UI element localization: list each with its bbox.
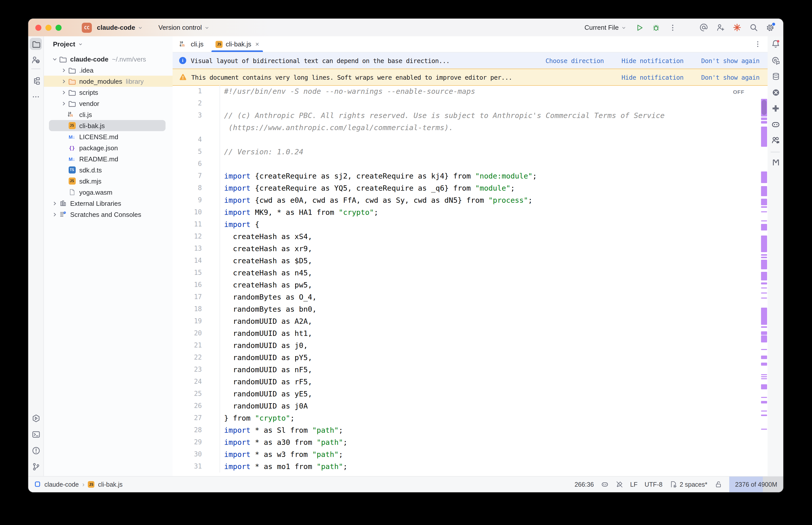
- code-line[interactable]: 28import * as Sl from "path";: [173, 424, 761, 436]
- chevron-right-icon[interactable]: [60, 89, 67, 95]
- services-tool-button[interactable]: [30, 412, 42, 424]
- vcs-widget[interactable]: Version control: [159, 24, 210, 31]
- tree-row--idea[interactable]: .idea: [44, 64, 173, 76]
- ai-assistant-button[interactable]: [698, 22, 709, 32]
- caret-position-widget[interactable]: 266:36: [575, 481, 594, 488]
- code-line[interactable]: 24 randomUUID as rF5,: [173, 376, 761, 388]
- tree-row-readme-md[interactable]: M↓README.md: [44, 153, 173, 164]
- project-tool-button[interactable]: [30, 38, 42, 50]
- git-tool-button[interactable]: [30, 461, 42, 472]
- code-line[interactable]: 12 createHash as xS4,: [173, 230, 761, 243]
- commit-help-tool-button[interactable]: ?: [30, 54, 42, 66]
- code-line[interactable]: 29import * as a30 from "path";: [173, 436, 761, 448]
- more-actions-button[interactable]: [668, 22, 678, 32]
- code-line[interactable]: 11import {: [173, 219, 761, 230]
- dont-show-again-link[interactable]: Don't show again: [701, 57, 759, 64]
- zoom-window-button[interactable]: [56, 25, 62, 31]
- notifications-button[interactable]: [770, 38, 782, 50]
- tree-row-cli-js[interactable]: 100JScli.js: [44, 109, 173, 120]
- code-line[interactable]: 17 randomBytes as O_4,: [173, 291, 761, 303]
- tab-cli-js[interactable]: 100JS cli.js: [175, 36, 209, 52]
- copilot-tool-button[interactable]: [770, 119, 782, 131]
- project-panel-header[interactable]: Project: [44, 36, 173, 52]
- code-line[interactable]: 3// (c) Anthropic PBC. All rights reserv…: [173, 109, 761, 122]
- project-widget[interactable]: claude-code: [97, 24, 143, 31]
- hide-notification-link[interactable]: Hide notification: [621, 73, 683, 81]
- dont-show-again-link[interactable]: Don't show again: [701, 73, 759, 81]
- code-line[interactable]: 7import {createRequire as sj2, createReq…: [173, 170, 761, 182]
- indent-widget[interactable]: 2 spaces*: [669, 481, 707, 488]
- code-line[interactable]: 21 randomUUID as j0,: [173, 340, 761, 351]
- chevron-right-icon[interactable]: [60, 67, 67, 73]
- terminal-tool-button[interactable]: [30, 428, 42, 440]
- code-line[interactable]: 10import MK9, * as HA1 from "crypto";: [173, 206, 761, 219]
- code-line[interactable]: 23 randomUUID as nF5,: [173, 364, 761, 376]
- tree-row-sdk-d-ts[interactable]: TSsdk.d.ts: [44, 164, 173, 176]
- code-line[interactable]: 20 randomUUID as ht1,: [173, 327, 761, 340]
- code-line[interactable]: 6: [173, 158, 761, 170]
- choose-direction-link[interactable]: Choose direction: [546, 57, 604, 64]
- x-plugin-tool-button[interactable]: [770, 86, 782, 98]
- tree-row-node-modules[interactable]: node_moduleslibrary: [44, 76, 173, 87]
- run-configuration-selector[interactable]: Current File: [585, 24, 627, 31]
- code-line[interactable]: 31import * as mo1 from "path";: [173, 461, 761, 472]
- code-line[interactable]: (https://www.anthropic.com/legal/commerc…: [173, 122, 761, 134]
- dependencies-tool-button[interactable]: [770, 102, 782, 115]
- code-line[interactable]: 8import {createRequire as YQ5, createReq…: [173, 182, 761, 194]
- database-tool-button[interactable]: [770, 70, 782, 82]
- file-lock-button[interactable]: [714, 481, 722, 488]
- line-separator-widget[interactable]: LF: [630, 481, 637, 488]
- chevron-right-icon[interactable]: [51, 200, 58, 207]
- chevron-right-icon[interactable]: [60, 100, 67, 107]
- code-with-me-tool-button[interactable]: [770, 134, 782, 146]
- breadcrumb-project[interactable]: claude-code: [44, 481, 79, 488]
- code-line[interactable]: 5// Version: 1.0.24: [173, 146, 761, 158]
- problems-tool-button[interactable]: [30, 444, 42, 456]
- ai-chat-tool-button[interactable]: [770, 55, 782, 66]
- code-line[interactable]: 4: [173, 134, 761, 146]
- more-tool-windows-button[interactable]: [30, 91, 42, 103]
- code-line[interactable]: 18 randomBytes as bn0,: [173, 303, 761, 315]
- code-line[interactable]: 26 randomUUID as j0A: [173, 400, 761, 412]
- code-lines[interactable]: 1#!/usr/bin/env -S node --no-warnings --…: [173, 85, 761, 472]
- tree-row-license-md[interactable]: M↓LICENSE.md: [44, 131, 173, 142]
- code-line[interactable]: 13 createHash as xr9,: [173, 243, 761, 255]
- tree-row-yoga-wasm[interactable]: yoga.wasm: [44, 186, 173, 198]
- structure-tool-button[interactable]: [30, 75, 42, 87]
- code-line[interactable]: 2: [173, 97, 761, 109]
- editor-scrollbar[interactable]: [761, 36, 768, 477]
- tree-row-package-json[interactable]: {}package.json: [44, 142, 173, 153]
- search-everywhere-button[interactable]: [749, 22, 758, 32]
- tab-cli-bak-js[interactable]: JS cli-bak.js ×: [211, 36, 264, 52]
- code-line[interactable]: 19 randomUUID as A2A,: [173, 315, 761, 327]
- tree-row-external-libraries[interactable]: External Libraries: [44, 198, 173, 209]
- code-line[interactable]: 16 createHash as pw5,: [173, 279, 761, 291]
- settings-button[interactable]: [765, 22, 775, 32]
- code-line[interactable]: 15 createHash as n45,: [173, 267, 761, 279]
- close-window-button[interactable]: [35, 25, 41, 31]
- m-plugin-tool-button[interactable]: [770, 156, 782, 168]
- code-line[interactable]: 9import {cwd as e0A, cwd as FfA, cwd as …: [173, 194, 761, 206]
- tree-row-sdk-mjs[interactable]: JSsdk.mjs: [44, 176, 173, 186]
- copilot-status-button[interactable]: [601, 481, 608, 488]
- minimize-window-button[interactable]: [45, 25, 51, 31]
- code-line[interactable]: 22 randomUUID as pY5,: [173, 351, 761, 364]
- add-user-button[interactable]: [715, 22, 725, 32]
- run-button[interactable]: [634, 22, 645, 32]
- code-line[interactable]: 1#!/usr/bin/env -S node --no-warnings --…: [173, 85, 761, 97]
- tree-row-vendor[interactable]: vendor: [44, 98, 173, 109]
- breadcrumb-file[interactable]: cli-bak.js: [98, 481, 123, 488]
- code-line[interactable]: 25 randomUUID as yE5,: [173, 388, 761, 400]
- debug-button[interactable]: [651, 22, 661, 32]
- memory-indicator[interactable]: 2376 of 4900M: [729, 477, 783, 492]
- hide-notification-link[interactable]: Hide notification: [621, 57, 683, 64]
- chevron-down-icon[interactable]: [51, 56, 58, 62]
- chevron-right-icon[interactable]: [60, 78, 67, 85]
- tree-row-cli-bak-js[interactable]: JScli-bak.js: [44, 120, 173, 131]
- code-line[interactable]: 27} from "crypto";: [173, 412, 761, 424]
- code-line[interactable]: 14 createHash as $D5,: [173, 255, 761, 267]
- encoding-widget[interactable]: UTF-8: [645, 481, 663, 488]
- highlighting-level-button[interactable]: [616, 481, 623, 488]
- scrollbar-thumb[interactable]: [762, 100, 767, 115]
- close-tab-icon[interactable]: ×: [255, 40, 259, 48]
